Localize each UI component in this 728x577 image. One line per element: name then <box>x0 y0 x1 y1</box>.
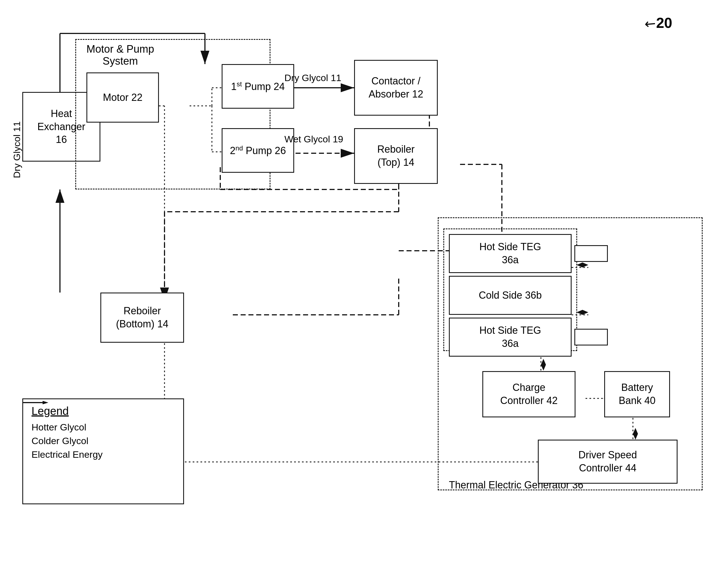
hot-side-top-label: Hot Side TEG36a <box>479 241 541 267</box>
motor-label: Motor 22 <box>103 91 142 104</box>
cold-side-box: Cold Side 36b <box>449 276 572 315</box>
teg-element-top <box>574 245 608 262</box>
cold-side-label: Cold Side 36b <box>479 289 542 302</box>
reboiler-top-label: Reboiler(Top) 14 <box>377 143 415 169</box>
legend-electrical: Electrical Energy <box>31 449 175 460</box>
wet-glycol-label: Wet Glycol 19 <box>284 134 343 145</box>
reboiler-bottom-label: Reboiler(Bottom) 14 <box>116 304 168 331</box>
teg-element-bottom <box>574 329 608 346</box>
legend-box: Legend Hotter Glycol Colder Glycol Elect… <box>22 399 184 504</box>
pump2-box: 2nd Pump 26 <box>222 128 294 173</box>
dotted-arrow-icon <box>23 399 728 577</box>
motor-pump-label: Motor & PumpSystem <box>86 43 154 67</box>
hot-side-bottom-label: Hot Side TEG36a <box>479 324 541 350</box>
contactor-box: Contactor /Absorber 12 <box>354 60 438 116</box>
reboiler-bottom-box: Reboiler(Bottom) 14 <box>100 293 184 343</box>
hot-side-bottom-box: Hot Side TEG36a <box>449 318 572 357</box>
contactor-label: Contactor /Absorber 12 <box>369 75 423 101</box>
hot-side-top-box: Hot Side TEG36a <box>449 234 572 273</box>
diagram-container: 20 <box>0 0 728 577</box>
motor-box: Motor 22 <box>86 73 159 122</box>
svg-marker-42 <box>42 401 46 404</box>
dry-glycol-left-label: Dry Glycol 11 <box>11 121 22 178</box>
reboiler-top-box: Reboiler(Top) 14 <box>354 128 438 184</box>
pump2-label: 2nd Pump 26 <box>230 144 286 158</box>
pump1-label: 1st Pump 24 <box>231 80 285 93</box>
dry-glycol-top-label: Dry Glycol 11 <box>284 73 341 83</box>
pump1-box: 1st Pump 24 <box>222 64 294 109</box>
